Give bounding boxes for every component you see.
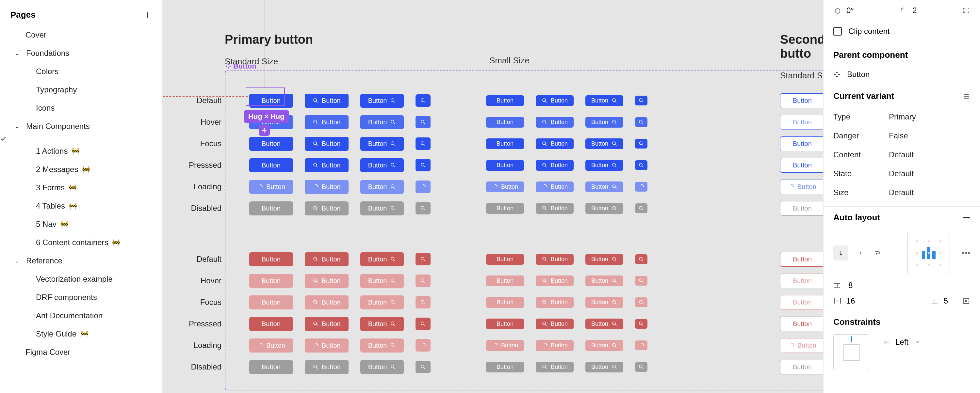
button-variant[interactable]: Button bbox=[305, 295, 348, 309]
individual-padding-button[interactable] bbox=[963, 297, 970, 305]
button-variant[interactable] bbox=[415, 202, 431, 214]
button-variant[interactable]: Button bbox=[585, 297, 623, 308]
button-variant[interactable] bbox=[635, 341, 648, 350]
button-variant[interactable]: Button bbox=[780, 158, 823, 173]
button-variant[interactable]: Button bbox=[536, 340, 574, 351]
button-variant[interactable]: Button bbox=[780, 136, 823, 151]
page-item-5-nav[interactable]: 5 Nav 🚧 bbox=[0, 215, 162, 233]
button-variant[interactable]: Button bbox=[585, 160, 623, 171]
button-variant[interactable] bbox=[635, 362, 648, 372]
button-variant[interactable]: Button bbox=[486, 95, 524, 106]
button-variant[interactable] bbox=[635, 117, 648, 127]
button-variant[interactable]: Button bbox=[536, 95, 574, 106]
button-variant[interactable]: Button bbox=[780, 201, 823, 216]
add-variant-button[interactable]: + bbox=[259, 125, 270, 136]
button-variant[interactable]: Button bbox=[780, 317, 823, 331]
button-variant[interactable] bbox=[635, 254, 648, 264]
button-variant[interactable]: Button bbox=[249, 360, 293, 374]
button-variant[interactable]: Button bbox=[780, 115, 823, 130]
button-variant[interactable]: Button bbox=[305, 317, 348, 331]
independent-corners-button[interactable] bbox=[963, 6, 970, 14]
button-variant[interactable]: Button bbox=[585, 203, 623, 214]
button-variant[interactable]: Button bbox=[536, 160, 574, 171]
spacing-value[interactable]: 8 bbox=[848, 281, 853, 290]
constraint-h-value[interactable]: Left bbox=[896, 338, 908, 347]
page-item-style-guide[interactable]: Style Guide 🚧 bbox=[0, 325, 162, 343]
button-variant[interactable]: Button bbox=[536, 319, 574, 330]
page-item-1-actions[interactable]: 1 Actions 🚧 bbox=[0, 142, 162, 160]
button-variant[interactable]: Button bbox=[486, 319, 524, 330]
button-variant[interactable]: Button bbox=[780, 338, 823, 353]
button-variant[interactable]: Button bbox=[780, 360, 823, 374]
button-variant[interactable]: Button bbox=[536, 138, 574, 149]
button-variant[interactable]: Button bbox=[305, 339, 348, 353]
button-variant[interactable] bbox=[635, 139, 648, 149]
button-variant[interactable]: Button bbox=[585, 276, 623, 286]
button-variant[interactable]: Button bbox=[305, 252, 348, 266]
button-variant[interactable]: Button bbox=[536, 117, 574, 128]
button-variant[interactable]: Button bbox=[486, 276, 524, 286]
button-variant[interactable]: Button bbox=[249, 201, 293, 216]
canvas[interactable]: Primary button Standard Size Small Size … bbox=[163, 0, 823, 393]
page-item-colors[interactable]: Colors bbox=[0, 62, 162, 81]
button-variant[interactable]: Button bbox=[536, 203, 574, 214]
button-variant[interactable]: Button bbox=[486, 138, 524, 149]
button-variant[interactable] bbox=[415, 361, 431, 373]
selection-box[interactable] bbox=[246, 87, 285, 106]
page-item-cover[interactable]: Cover bbox=[0, 26, 162, 44]
button-variant[interactable]: Button bbox=[585, 117, 623, 128]
button-variant[interactable]: Button bbox=[360, 137, 404, 151]
button-variant[interactable] bbox=[635, 297, 648, 307]
button-variant[interactable]: Button bbox=[486, 340, 524, 351]
button-variant[interactable] bbox=[415, 138, 431, 150]
page-item-ant-documentation[interactable]: Ant Documentation bbox=[0, 306, 162, 325]
button-variant[interactable]: Button bbox=[585, 319, 623, 330]
button-variant[interactable]: Button bbox=[360, 274, 404, 288]
button-variant[interactable]: Button bbox=[305, 274, 348, 288]
page-item-main-components[interactable]: Main Components bbox=[0, 117, 162, 135]
button-variant[interactable]: Button bbox=[536, 362, 574, 372]
button-variant[interactable]: Button bbox=[780, 274, 823, 288]
button-variant[interactable]: Button bbox=[486, 160, 524, 171]
button-variant[interactable]: Button bbox=[780, 252, 823, 267]
button-variant[interactable]: Button bbox=[249, 137, 293, 151]
page-item-figma-cover[interactable]: Figma Cover bbox=[0, 343, 162, 361]
button-variant[interactable] bbox=[635, 319, 648, 329]
button-variant[interactable]: Button bbox=[305, 137, 348, 151]
variant-prop-value[interactable]: Primary bbox=[889, 112, 970, 121]
button-variant[interactable]: Button bbox=[305, 360, 348, 374]
button-variant[interactable] bbox=[415, 339, 431, 352]
variant-prop-value[interactable]: Default bbox=[889, 150, 970, 159]
button-variant[interactable]: Button bbox=[486, 254, 524, 265]
variant-settings-button[interactable] bbox=[963, 92, 970, 100]
button-variant[interactable]: Button bbox=[780, 295, 823, 310]
button-variant[interactable]: Button bbox=[486, 181, 524, 192]
variant-prop-value[interactable]: Default bbox=[889, 188, 970, 197]
button-variant[interactable] bbox=[415, 253, 431, 265]
button-variant[interactable]: Button bbox=[486, 203, 524, 214]
direction-vertical-button[interactable] bbox=[833, 246, 848, 260]
button-variant[interactable]: Button bbox=[585, 340, 623, 351]
button-variant[interactable]: Button bbox=[305, 115, 348, 129]
constraints-box[interactable] bbox=[833, 334, 869, 370]
button-variant[interactable]: Button bbox=[536, 276, 574, 286]
button-variant[interactable]: Button bbox=[360, 252, 404, 266]
button-variant[interactable]: Button bbox=[585, 181, 623, 192]
button-variant[interactable]: Button bbox=[585, 95, 623, 106]
button-variant[interactable]: Button bbox=[249, 180, 293, 194]
button-variant[interactable]: Button bbox=[305, 93, 348, 108]
direction-wrap-button[interactable] bbox=[870, 246, 885, 260]
button-variant[interactable] bbox=[415, 116, 431, 128]
button-variant[interactable]: Button bbox=[249, 295, 293, 309]
button-variant[interactable] bbox=[415, 296, 431, 309]
page-item-4-tables[interactable]: 4 Tables 🚧 bbox=[0, 197, 162, 215]
component-tag[interactable]: Button bbox=[225, 62, 256, 71]
button-variant[interactable]: Button bbox=[780, 179, 823, 194]
button-variant[interactable] bbox=[635, 160, 648, 170]
button-variant[interactable] bbox=[415, 159, 431, 171]
button-variant[interactable]: Button bbox=[360, 115, 404, 129]
button-variant[interactable]: Button bbox=[780, 93, 823, 108]
page-item-drf-components[interactable]: DRF components bbox=[0, 288, 162, 306]
button-variant[interactable]: Button bbox=[249, 274, 293, 288]
remove-auto-layout-button[interactable] bbox=[963, 217, 970, 219]
